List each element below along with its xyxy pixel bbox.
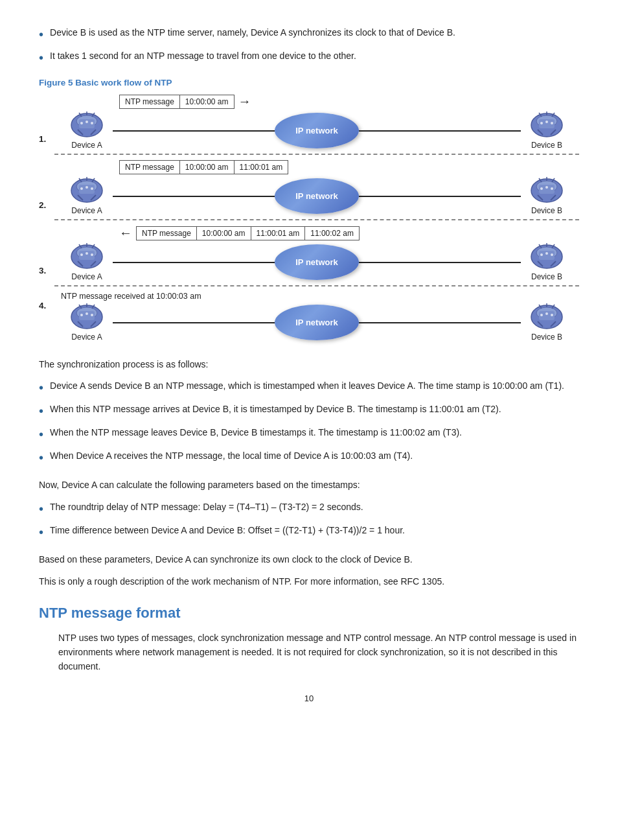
step-3-number: 3.: [39, 226, 54, 275]
step-1-number: 1.: [39, 94, 54, 144]
svg-point-50: [86, 252, 88, 255]
svg-point-51: [91, 253, 93, 256]
step-3-msg-box-2: 10:00:00 am: [197, 226, 251, 240]
step-2-router-icon-left: [70, 177, 104, 204]
step-4-received-text: NTP message received at 10:00:03 am: [61, 292, 579, 301]
step-1-ip-network: IP network: [275, 113, 359, 148]
step-3-ip-network: IP network: [275, 244, 359, 280]
step-1-device-a-label: Device A: [71, 141, 102, 150]
step-2-number: 2.: [39, 160, 54, 210]
step-3-device-a-label: Device A: [71, 272, 102, 281]
svg-point-60: [540, 253, 543, 256]
step-4-ip-network: IP network: [275, 305, 359, 340]
svg-point-29: [91, 187, 93, 190]
sync-bullet-list: • Device A sends Device B an NTP message…: [39, 379, 579, 467]
step-1-device-b: Device B: [521, 111, 573, 150]
step-2-device-row: Device A IP network: [54, 177, 579, 215]
step-4-left-line: [113, 322, 275, 323]
step-2-divider: [54, 219, 579, 220]
step-3-msg-row: ← NTP message 10:00:00 am 11:00:01 am 11…: [119, 226, 579, 240]
step-3-msg-box-3: 11:00:01 am: [251, 226, 306, 240]
ntp-diagram: 1. NTP message 10:00:00 am →: [39, 94, 579, 344]
svg-point-16: [540, 122, 543, 124]
step-4-right-line: [359, 322, 521, 323]
step-2-device-b-label: Device B: [531, 206, 562, 215]
step-1-device-a: Device A: [61, 111, 113, 150]
step-2-router-icon-right: [530, 177, 564, 204]
step-4-device-a: Device A: [61, 303, 113, 342]
step-3-body: ← NTP message 10:00:00 am 11:00:01 am 11…: [54, 226, 579, 292]
step-4-router-icon-right: [530, 303, 564, 331]
sync-bullet-dot-4: •: [39, 448, 43, 467]
step-3: 3. ← NTP message 10:00:00 am 11:00:01 am…: [39, 226, 579, 292]
step-3-right-line: [359, 262, 521, 263]
sync-bullet-4: • When Device A receives the NTP message…: [39, 449, 579, 467]
step-1-left-line: [113, 130, 275, 132]
calc-bullet-dot-1: •: [39, 499, 43, 519]
calc-bullet-1: • The roundtrip delay of NTP message: De…: [39, 500, 579, 519]
step-4-device-row: Device A IP network: [54, 303, 579, 342]
svg-point-84: [551, 314, 553, 316]
conclusion-2: This is only a rough description of the …: [39, 574, 579, 589]
svg-point-83: [545, 312, 548, 315]
svg-point-28: [86, 186, 88, 189]
step-3-device-b: Device B: [521, 243, 573, 281]
step-2-right-line: [359, 196, 521, 197]
step-1-router-icon-left: [70, 111, 104, 139]
step-4-number: 4.: [39, 292, 54, 310]
svg-point-61: [545, 252, 548, 255]
step-1-body: NTP message 10:00:00 am →: [54, 94, 579, 160]
step-4-router-icon-left: [70, 303, 104, 331]
step-3-msg-box-4: 11:00:02 am: [305, 226, 360, 240]
step-1-device-b-label: Device B: [531, 141, 562, 150]
step-2-body: NTP message 10:00:00 am 11:00:01 am: [54, 160, 579, 226]
step-3-msg-box-1: NTP message: [136, 226, 197, 240]
figure-title: Figure 5 Basic work flow of NTP: [39, 78, 579, 88]
step-3-arrow-left: ←: [119, 226, 132, 240]
step-3-device-a: Device A: [61, 243, 113, 281]
step-2-msg-box-3: 11:00:01 am: [235, 160, 289, 174]
conclusion-1: Based on these parameters, Device A can …: [39, 552, 579, 566]
step-1-msg-box-1: NTP message: [119, 95, 180, 109]
step-1-divider: [54, 154, 579, 155]
bullet-dot-2: •: [39, 48, 43, 67]
step-2-device-a: Device A: [61, 177, 113, 215]
svg-point-62: [551, 253, 553, 256]
step-3-router-icon-left: [70, 243, 104, 270]
step-4-device-a-label: Device A: [71, 332, 102, 342]
svg-point-17: [545, 121, 548, 123]
step-2-left-line: [113, 196, 275, 197]
sync-bullet-1: • Device A sends Device B an NTP message…: [39, 379, 579, 397]
step-3-left-line: [113, 262, 275, 263]
svg-point-5: [80, 122, 83, 124]
top-bullet-2: • It takes 1 second for an NTP message t…: [39, 49, 579, 67]
sync-bullet-dot-2: •: [39, 401, 43, 421]
bullet-dot-1: •: [39, 25, 43, 44]
calc-bullet-2: • Time difference between Device A and D…: [39, 524, 579, 542]
step-1-arrow-right: →: [238, 94, 251, 109]
step-2: 2. NTP message 10:00:00 am 11:00:01 am: [39, 160, 579, 226]
calc-bullet-dot-2: •: [39, 522, 43, 542]
step-2-msg-box-2: 10:00:00 am: [180, 160, 235, 174]
step-1-router-icon-right: [530, 111, 564, 139]
step-1: 1. NTP message 10:00:00 am →: [39, 94, 579, 160]
svg-point-82: [540, 314, 543, 316]
step-3-device-row: Device A IP network: [54, 243, 579, 281]
calc-bullet-list: • The roundtrip delay of NTP message: De…: [39, 500, 579, 542]
svg-point-7: [91, 122, 93, 124]
step-1-msg-row: NTP message 10:00:00 am →: [119, 94, 579, 109]
step-4-device-b-label: Device B: [531, 332, 562, 342]
section-heading: NTP message format: [39, 605, 579, 622]
step-4-body: NTP message received at 10:00:03 am: [54, 292, 579, 344]
step-1-right-line: [359, 130, 521, 132]
sync-intro: The synchronization process is as follow…: [39, 357, 579, 371]
step-3-router-icon-right: [530, 243, 564, 270]
step-4: 4. NTP message received at 10:00:03 am: [39, 292, 579, 344]
section-body: NTP uses two types of messages, clock sy…: [58, 631, 579, 674]
step-1-msg-box-2: 10:00:00 am: [180, 95, 235, 109]
svg-point-18: [551, 122, 553, 124]
svg-point-39: [545, 186, 548, 189]
step-3-device-b-label: Device B: [531, 272, 562, 281]
sync-bullet-dot-1: •: [39, 378, 43, 397]
sync-bullet-3: • When the NTP message leaves Device B, …: [39, 426, 579, 444]
